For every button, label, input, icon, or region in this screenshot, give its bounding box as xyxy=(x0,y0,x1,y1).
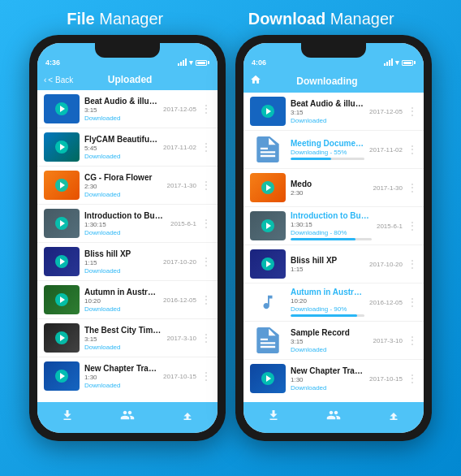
tab-upload-left[interactable] xyxy=(180,408,195,426)
file-date: 2017-3-10 xyxy=(167,335,196,342)
list-item[interactable]: Beat Audio & illumination 3:15 Downloade… xyxy=(37,90,218,128)
play-button-icon xyxy=(55,370,68,383)
file-info: Medo 2:30 xyxy=(291,180,368,197)
tab-download-left[interactable] xyxy=(60,408,75,426)
dots-menu[interactable]: ⋮ xyxy=(407,106,417,117)
file-rest-label: Manager xyxy=(99,10,163,28)
file-name: CG - Flora Flower xyxy=(84,173,162,182)
file-date: 2017-12-05 xyxy=(369,108,403,115)
file-status: Downloading - 80% xyxy=(291,229,372,236)
file-date: 2017-10-15 xyxy=(163,373,196,380)
list-item[interactable]: Beat Audio & illumination 3:15 Downloade… xyxy=(243,93,424,131)
list-item[interactable]: Autumn in Australia 10:20 Downloading - … xyxy=(243,283,424,322)
file-info: The Best City Timelapse 3:15 Downloaded xyxy=(84,326,162,351)
status-icons-right: ▾ xyxy=(384,58,416,67)
list-item[interactable]: The Best City Timelapse 3:15 Downloaded … xyxy=(37,319,218,357)
file-info: New Chapter Trailer 1:30 Downloaded xyxy=(84,364,158,389)
file-status: Downloaded xyxy=(84,191,162,198)
file-duration: 3:15 xyxy=(291,109,364,116)
list-item[interactable]: Introduction to Business 101 1:30:15 Dow… xyxy=(243,207,424,245)
list-item[interactable]: FlyCAM Beautiful Lake 5:45 Downloaded 20… xyxy=(37,128,218,167)
list-item[interactable]: Meeting Documents Downloading - 55% 2017… xyxy=(243,131,424,169)
thumbnail xyxy=(44,323,80,353)
file-name: Bliss hill XP xyxy=(291,256,364,265)
list-item[interactable]: Bliss hill XP 1:15 Downloaded 2017-10-20… xyxy=(37,243,218,281)
doc-icon xyxy=(250,135,286,164)
tab-download-right[interactable] xyxy=(266,408,281,426)
thumbnail xyxy=(44,94,80,123)
phones-container: 4:36 ▾ ‹ < Back Upload xyxy=(18,35,443,441)
list-item[interactable]: Bliss hill XP 1:15 2017-10-20 ⋮ xyxy=(243,245,424,283)
progress-bar xyxy=(291,238,372,240)
file-status: Downloaded xyxy=(291,384,364,392)
dots-menu[interactable]: ⋮ xyxy=(201,332,211,344)
dots-menu[interactable]: ⋮ xyxy=(201,218,211,229)
dots-menu[interactable]: ⋮ xyxy=(407,144,417,155)
phone-screen-right: 4:06 ▾ Downloading xyxy=(243,43,424,433)
play-button-icon xyxy=(261,105,274,118)
play-button-icon xyxy=(55,179,68,192)
nav-bar-right: Downloading xyxy=(243,71,424,93)
file-info: New Chapter Trailer 1:30 Downloaded xyxy=(291,366,364,392)
file-info: Introduction to Business 101 1:30:15 Dow… xyxy=(84,211,166,236)
home-button-right[interactable] xyxy=(250,74,261,88)
file-info: Bliss hill XP 1:15 xyxy=(291,256,364,273)
tab-bar-left xyxy=(37,402,218,433)
file-info: Beat Audio & illumination 3:15 Downloade… xyxy=(291,99,364,124)
file-name: The Best City Timelapse xyxy=(84,326,162,335)
dots-menu[interactable]: ⋮ xyxy=(201,370,211,382)
tab-people-right[interactable] xyxy=(326,408,341,426)
progress-fill xyxy=(291,158,331,160)
status-icons-left: ▾ xyxy=(178,58,209,67)
progress-fill xyxy=(291,238,355,240)
file-name: New Chapter Trailer xyxy=(291,366,364,375)
wifi-icon-right: ▾ xyxy=(395,58,399,67)
dots-menu[interactable]: ⋮ xyxy=(407,335,417,346)
list-item[interactable]: Autumn in Australia 10:20 Downloaded 201… xyxy=(37,281,218,319)
play-button-icon xyxy=(55,102,68,115)
file-name: FlyCAM Beautiful Lake xyxy=(84,135,158,144)
file-duration: 3:15 xyxy=(84,106,158,114)
file-info: CG - Flora Flower 2:30 Downloaded xyxy=(84,173,162,198)
file-duration: 1:15 xyxy=(84,259,158,266)
list-item[interactable]: New Chapter Trailer 1:30 Downloaded 2017… xyxy=(37,357,218,395)
dots-menu[interactable]: ⋮ xyxy=(201,141,211,153)
list-item[interactable]: New Chapter Trailer 1:30 Downloaded 2017… xyxy=(243,360,424,397)
back-button-left[interactable]: ‹ < Back xyxy=(44,76,73,84)
dots-menu[interactable]: ⋮ xyxy=(407,373,417,384)
dots-menu[interactable]: ⋮ xyxy=(407,296,417,308)
file-name: Beat Audio & illumination xyxy=(84,97,158,106)
dots-menu[interactable]: ⋮ xyxy=(201,294,211,305)
phone-notch-right xyxy=(301,43,366,58)
music-icon xyxy=(250,288,286,317)
download-rest-label: Manager xyxy=(330,10,394,28)
doc-icon xyxy=(250,326,286,355)
file-name: New Chapter Trailer xyxy=(84,364,158,373)
list-item[interactable]: Medo 2:30 2017-1-30 ⋮ xyxy=(243,169,424,207)
nav-bar-left: ‹ < Back Uploaded xyxy=(37,71,218,90)
dots-menu[interactable]: ⋮ xyxy=(407,182,417,193)
dots-menu[interactable]: ⋮ xyxy=(201,103,211,115)
download-bold-label: Download xyxy=(248,10,326,28)
progress-bar xyxy=(291,158,364,160)
dots-menu[interactable]: ⋮ xyxy=(201,256,211,267)
file-duration: 1:30:15 xyxy=(291,221,372,228)
file-date: 2017-10-20 xyxy=(369,261,403,268)
tab-upload-right[interactable] xyxy=(386,408,401,426)
tab-bar-right xyxy=(243,402,424,433)
phone-notch-left xyxy=(95,43,160,58)
file-date: 2016-12-05 xyxy=(369,299,403,306)
list-item[interactable]: Introduction to Business 101 1:30:15 Dow… xyxy=(37,205,218,243)
list-item[interactable]: CG - Flora Flower 2:30 Downloaded 2017-1… xyxy=(37,167,218,205)
dots-menu[interactable]: ⋮ xyxy=(407,220,417,232)
tab-people-left[interactable] xyxy=(120,408,135,426)
dots-menu[interactable]: ⋮ xyxy=(201,180,211,191)
play-button-icon xyxy=(261,181,274,194)
progress-fill xyxy=(291,314,357,317)
file-duration: 3:15 xyxy=(84,335,162,343)
file-manager-phone: 4:36 ▾ ‹ < Back Upload xyxy=(29,35,226,441)
file-duration: 2:30 xyxy=(291,189,368,197)
file-info: Beat Audio & illumination 3:15 Downloade… xyxy=(84,97,158,122)
dots-menu[interactable]: ⋮ xyxy=(407,258,417,270)
list-item[interactable]: Sample Record 3:15 Downloaded 2017-3-10 … xyxy=(243,322,424,360)
